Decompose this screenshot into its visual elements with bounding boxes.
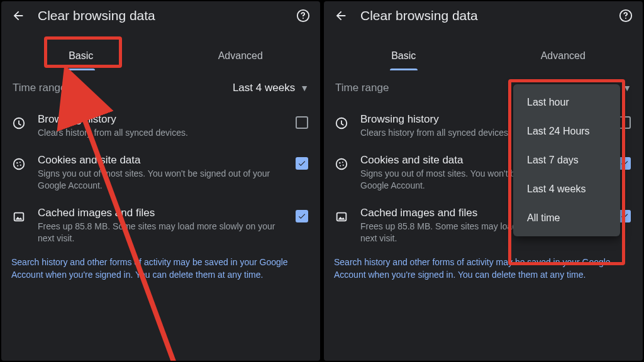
tab-basic[interactable]: Basic <box>1 43 161 70</box>
svg-point-4 <box>19 162 21 163</box>
svg-point-11 <box>336 159 347 170</box>
time-range-label: Time range <box>13 82 233 94</box>
option-browsing-history[interactable]: Browsing history Clears history from all… <box>1 106 320 146</box>
svg-point-15 <box>343 165 344 166</box>
panel-left: Clear browsing data Basic Advanced Time … <box>1 1 320 361</box>
cookie-icon <box>10 155 28 173</box>
svg-point-2 <box>14 159 25 170</box>
back-button[interactable] <box>333 8 349 24</box>
tab-basic[interactable]: Basic <box>324 43 484 70</box>
check-icon <box>620 159 629 168</box>
back-button[interactable] <box>10 8 26 24</box>
clock-icon <box>10 114 28 132</box>
option-cookies[interactable]: Cookies and site data Signs you out of m… <box>1 146 320 199</box>
caret-down-icon: ▼ <box>623 83 631 93</box>
arrow-left-icon <box>11 9 25 23</box>
image-icon <box>333 208 350 226</box>
dropdown-option[interactable]: Last 7 days <box>513 146 620 175</box>
svg-point-5 <box>17 165 18 167</box>
svg-point-12 <box>339 162 340 163</box>
tab-advanced[interactable]: Advanced <box>161 43 321 70</box>
option-title: Cached images and files <box>38 207 285 219</box>
caret-down-icon: ▼ <box>300 83 309 93</box>
arrow-left-icon <box>334 9 348 23</box>
option-title: Browsing history <box>38 113 285 126</box>
header: Clear browsing data <box>324 1 643 28</box>
check-icon <box>297 212 306 221</box>
page-title: Clear browsing data <box>38 8 295 23</box>
svg-point-13 <box>342 162 343 163</box>
footer-note: Search history and other forms of activi… <box>324 251 643 281</box>
time-range-dropdown[interactable]: Last hour Last 24 Hours Last 7 days Last… <box>513 84 620 236</box>
page-title: Clear browsing data <box>360 8 618 23</box>
check-icon <box>620 212 629 221</box>
panel-right: Clear browsing data Basic Advanced Time … <box>324 1 643 361</box>
checkbox-cookies[interactable] <box>295 156 309 170</box>
dropdown-option[interactable]: Last 24 Hours <box>513 117 620 146</box>
dropdown-option[interactable]: Last hour <box>513 88 620 117</box>
help-button[interactable] <box>618 8 634 24</box>
dropdown-option[interactable]: All time <box>513 204 620 233</box>
help-icon <box>619 9 633 23</box>
tabs: Basic Advanced <box>1 43 320 70</box>
option-cached[interactable]: Cached images and files Frees up 85.8 MB… <box>1 199 320 252</box>
dropdown-option[interactable]: Last 4 weeks <box>513 175 620 204</box>
footer-note: Search history and other forms of activi… <box>1 251 320 281</box>
checkbox-cached[interactable] <box>295 209 309 223</box>
header: Clear browsing data <box>1 1 320 28</box>
help-icon <box>296 9 310 23</box>
check-icon <box>297 159 306 168</box>
tab-advanced[interactable]: Advanced <box>484 43 643 70</box>
option-title: Cookies and site data <box>38 154 285 167</box>
option-subtitle: Signs you out of most sites. You won't b… <box>38 168 285 192</box>
help-button[interactable] <box>295 8 311 24</box>
checkbox-browsing-history[interactable] <box>295 116 309 129</box>
option-subtitle: Clears history from all synced devices. <box>38 127 285 139</box>
option-subtitle: Frees up 85.8 MB. Some sites may load mo… <box>38 221 285 244</box>
cookie-icon <box>333 155 350 173</box>
tabs: Basic Advanced <box>324 43 643 70</box>
image-icon <box>10 208 28 226</box>
time-range-row[interactable]: Time range Last 4 weeks ▼ <box>1 70 320 106</box>
svg-point-6 <box>20 165 21 166</box>
svg-point-3 <box>16 162 18 163</box>
clock-icon <box>333 114 350 132</box>
svg-point-14 <box>340 165 341 167</box>
time-range-value: Last 4 weeks <box>233 82 295 94</box>
